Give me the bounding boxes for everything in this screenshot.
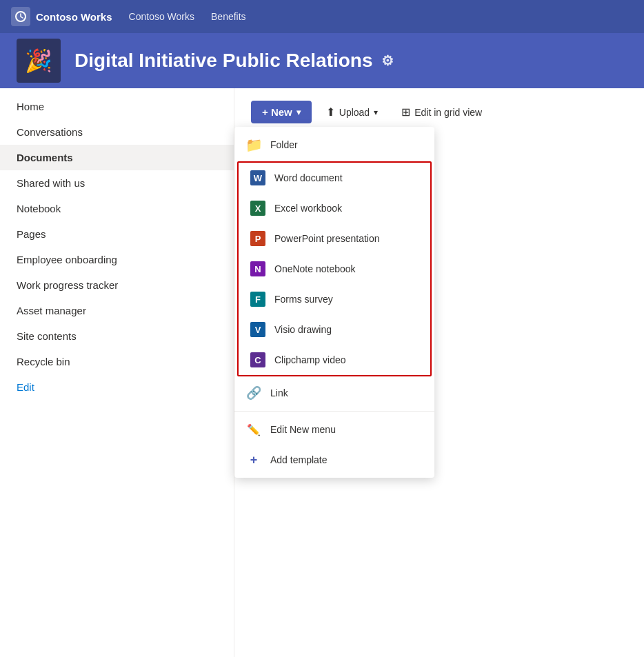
upload-chevron: ▾ bbox=[374, 108, 378, 117]
dropdown-item-folder[interactable]: 📁 Folder bbox=[234, 130, 434, 160]
sidebar-item-asset-manager[interactable]: Asset manager bbox=[0, 298, 234, 323]
dropdown-clipchamp-label: Clipchamp video bbox=[274, 354, 346, 365]
dropdown-item-excel[interactable]: X Excel workbook bbox=[239, 193, 430, 223]
main-layout: Home Conversations Documents Shared with… bbox=[0, 88, 644, 657]
grid-label: Edit in grid view bbox=[414, 107, 482, 118]
visio-icon: V bbox=[250, 321, 266, 338]
dropdown-excel-label: Excel workbook bbox=[274, 203, 342, 214]
powerpoint-icon: P bbox=[250, 230, 266, 247]
upload-button[interactable]: ⬆ Upload ▾ bbox=[317, 99, 387, 125]
settings-icon[interactable]: ⚙ bbox=[381, 52, 394, 69]
dropdown-word-label: Word document bbox=[274, 172, 343, 183]
dropdown-item-clipchamp[interactable]: C Clipchamp video bbox=[239, 345, 430, 375]
forms-icon: F bbox=[250, 291, 266, 307]
dropdown-item-forms[interactable]: F Forms survey bbox=[239, 284, 430, 314]
folder-icon: 📁 bbox=[245, 137, 262, 153]
add-template-icon: + bbox=[245, 452, 262, 468]
grid-view-button[interactable]: ⊞ Edit in grid view bbox=[392, 99, 491, 125]
site-icon: 🎉 bbox=[17, 39, 61, 83]
logo-icon bbox=[11, 7, 30, 26]
logo-text: Contoso Works bbox=[36, 11, 112, 23]
grid-icon: ⊞ bbox=[401, 105, 410, 119]
dropdown-item-powerpoint[interactable]: P PowerPoint presentation bbox=[239, 223, 430, 254]
dropdown-item-onenote[interactable]: N OneNote notebook bbox=[239, 254, 430, 284]
site-header: 🎉 Digital Initiative Public Relations ⚙ bbox=[0, 33, 644, 88]
nav-link-benefits[interactable]: Benefits bbox=[211, 11, 246, 22]
site-title: Digital Initiative Public Relations ⚙ bbox=[74, 50, 394, 72]
dropdown-forms-label: Forms survey bbox=[274, 294, 333, 305]
office-apps-section: W Word document X Excel workbook P Power… bbox=[237, 161, 432, 376]
new-chevron: ▾ bbox=[296, 108, 301, 117]
new-dropdown-menu: 📁 Folder W Word document X Excel workboo… bbox=[234, 127, 434, 478]
dropdown-item-word[interactable]: W Word document bbox=[239, 163, 430, 193]
sidebar-item-home[interactable]: Home bbox=[0, 94, 234, 119]
upload-icon: ⬆ bbox=[326, 105, 335, 119]
dropdown-onenote-label: OneNote notebook bbox=[274, 263, 356, 274]
toolbar: + New ▾ ⬆ Upload ▾ ⊞ Edit in grid view bbox=[251, 99, 627, 125]
site-logo[interactable]: Contoso Works bbox=[11, 7, 112, 26]
sidebar-item-work-progress[interactable]: Work progress tracker bbox=[0, 272, 234, 298]
edit-icon: ✏️ bbox=[245, 421, 262, 438]
new-button-label: + New bbox=[262, 106, 292, 118]
top-navigation: Contoso Works Contoso Works Benefits bbox=[0, 0, 644, 33]
sidebar-item-documents[interactable]: Documents bbox=[0, 145, 234, 170]
sidebar: Home Conversations Documents Shared with… bbox=[0, 88, 234, 657]
dropdown-item-add-template[interactable]: + Add template bbox=[234, 445, 434, 475]
dropdown-edit-menu-label: Edit New menu bbox=[270, 424, 336, 435]
sidebar-item-shared[interactable]: Shared with us bbox=[0, 170, 234, 196]
dropdown-link-label: Link bbox=[270, 387, 288, 398]
sidebar-item-site-contents[interactable]: Site contents bbox=[0, 323, 234, 349]
sidebar-item-employee-onboarding[interactable]: Employee onboarding bbox=[0, 247, 234, 272]
dropdown-folder-label: Folder bbox=[270, 139, 298, 150]
link-icon: 🔗 bbox=[245, 385, 262, 401]
sidebar-item-edit[interactable]: Edit bbox=[0, 374, 234, 400]
word-icon: W bbox=[250, 170, 266, 186]
content-area: + New ▾ ⬆ Upload ▾ ⊞ Edit in grid view 📁… bbox=[234, 88, 644, 657]
new-button[interactable]: + New ▾ bbox=[251, 101, 312, 123]
dropdown-item-edit-menu[interactable]: ✏️ Edit New menu bbox=[234, 414, 434, 445]
upload-label: Upload bbox=[339, 107, 370, 118]
nav-link-contoso[interactable]: Contoso Works bbox=[129, 11, 194, 22]
sidebar-item-notebook[interactable]: Notebook bbox=[0, 196, 234, 221]
dropdown-ppt-label: PowerPoint presentation bbox=[274, 233, 380, 244]
onenote-icon: N bbox=[250, 261, 266, 277]
dropdown-item-visio[interactable]: V Visio drawing bbox=[239, 314, 430, 345]
excel-icon: X bbox=[250, 200, 266, 216]
dropdown-add-template-label: Add template bbox=[270, 454, 328, 465]
sidebar-item-recycle-bin[interactable]: Recycle bin bbox=[0, 349, 234, 374]
sidebar-item-conversations[interactable]: Conversations bbox=[0, 119, 234, 145]
dropdown-item-link[interactable]: 🔗 Link bbox=[234, 378, 434, 408]
sidebar-item-pages[interactable]: Pages bbox=[0, 221, 234, 247]
clipchamp-icon: C bbox=[250, 352, 266, 368]
dropdown-visio-label: Visio drawing bbox=[274, 324, 332, 335]
dropdown-divider bbox=[234, 411, 434, 412]
